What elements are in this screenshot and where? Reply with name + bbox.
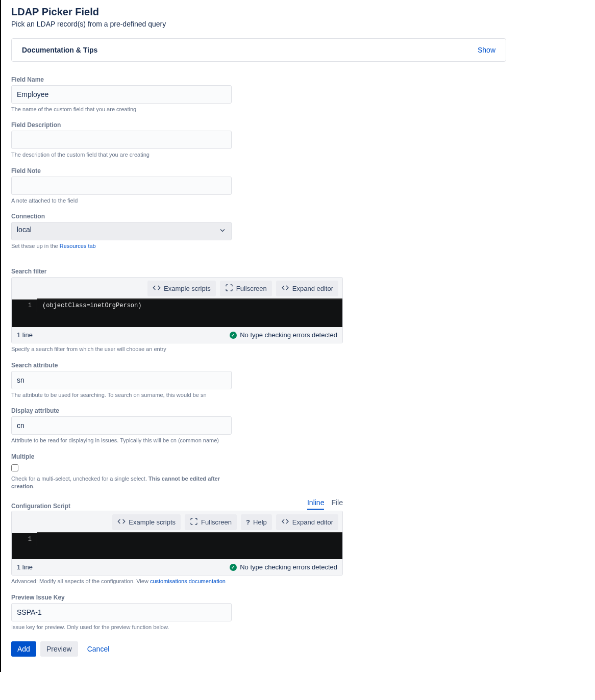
code-content[interactable]	[37, 532, 342, 546]
line-number: 1	[12, 533, 37, 546]
check-circle-icon: ✓	[230, 564, 237, 571]
page-subtitle: Pick an LDAP record(s) from a pre-define…	[11, 20, 506, 28]
field-description-help: The description of the custom field that…	[11, 151, 232, 159]
line-count: 1 line	[17, 563, 33, 571]
example-scripts-button[interactable]: Example scripts	[112, 514, 181, 530]
line-count: 1 line	[17, 331, 33, 339]
line-number: 1	[12, 299, 37, 312]
documentation-panel: Documentation & Tips Show	[11, 38, 506, 62]
connection-help: Set these up in the Resources tab	[11, 242, 232, 250]
display-attribute-input[interactable]	[11, 416, 232, 435]
field-note-input[interactable]	[11, 177, 232, 195]
documentation-title: Documentation & Tips	[22, 46, 97, 54]
expand-editor-button[interactable]: Expand editor	[276, 514, 338, 530]
field-description-label: Field Description	[11, 121, 232, 129]
cancel-button[interactable]: Cancel	[82, 641, 115, 657]
type-check-status: No type checking errors detected	[240, 563, 337, 571]
config-script-code[interactable]: 1	[12, 533, 342, 559]
preview-key-help: Issue key for preview. Only used for the…	[11, 623, 232, 631]
display-attribute-help: Attribute to be read for displaying in i…	[11, 437, 232, 444]
page-title: LDAP Picker Field	[11, 6, 506, 18]
multiple-help: Check for a multi-select, unchecked for …	[11, 475, 232, 491]
display-attribute-label: Display attribute	[11, 407, 232, 414]
search-attribute-label: Search attribute	[11, 362, 232, 369]
documentation-toggle[interactable]: Show	[478, 46, 495, 54]
expand-icon	[281, 517, 289, 527]
type-check-status: No type checking errors detected	[240, 331, 337, 339]
fullscreen-button[interactable]: Fullscreen	[185, 514, 237, 530]
code-icon	[153, 284, 161, 293]
help-icon: ?	[246, 518, 250, 526]
code-content[interactable]: (objectClass=inetOrgPerson)	[37, 298, 342, 312]
search-attribute-help: The attribute to be used for searching. …	[11, 391, 232, 399]
expand-icon	[281, 284, 289, 293]
tab-file[interactable]: File	[331, 498, 343, 510]
example-scripts-button[interactable]: Example scripts	[147, 281, 216, 296]
search-attribute-input[interactable]	[11, 371, 232, 389]
multiple-checkbox[interactable]	[11, 464, 18, 471]
connection-select[interactable]: local	[11, 222, 232, 240]
config-script-tabs: Inline File	[307, 498, 343, 510]
search-filter-code[interactable]: 1 (objectClass=inetOrgPerson)	[12, 299, 342, 328]
preview-key-input[interactable]	[11, 603, 232, 621]
field-name-help: The name of the custom field that you ar…	[11, 106, 232, 113]
tab-inline[interactable]: Inline	[307, 498, 324, 510]
field-name-label: Field Name	[11, 76, 232, 83]
preview-key-label: Preview Issue Key	[11, 594, 232, 601]
add-button[interactable]: Add	[11, 641, 36, 657]
connection-label: Connection	[11, 213, 232, 220]
check-circle-icon: ✓	[230, 332, 237, 339]
config-script-editor: Example scripts Fullscreen ? Help Expand…	[11, 511, 343, 576]
search-filter-help: Specify a search filter from which the u…	[11, 345, 343, 353]
fullscreen-icon	[225, 284, 233, 293]
customisations-doc-link[interactable]: customisations documentation	[150, 578, 226, 584]
field-name-input[interactable]	[11, 85, 232, 104]
field-note-label: Field Note	[11, 167, 232, 174]
search-filter-label: Search filter	[11, 268, 343, 275]
config-script-help: Advanced: Modify all aspects of the conf…	[11, 578, 343, 585]
search-filter-editor: Example scripts Fullscreen Expand editor…	[11, 277, 343, 344]
expand-editor-button[interactable]: Expand editor	[276, 281, 338, 296]
multiple-label: Multiple	[11, 453, 232, 460]
resources-tab-link[interactable]: Resources tab	[60, 243, 96, 249]
fullscreen-button[interactable]: Fullscreen	[220, 281, 272, 296]
fullscreen-icon	[190, 517, 198, 527]
preview-button[interactable]: Preview	[40, 641, 78, 657]
help-button[interactable]: ? Help	[241, 514, 272, 530]
code-icon	[117, 517, 126, 527]
field-note-help: A note attached to the field	[11, 197, 232, 205]
config-script-label: Configuration Script	[11, 503, 70, 510]
field-description-input[interactable]	[11, 131, 232, 149]
